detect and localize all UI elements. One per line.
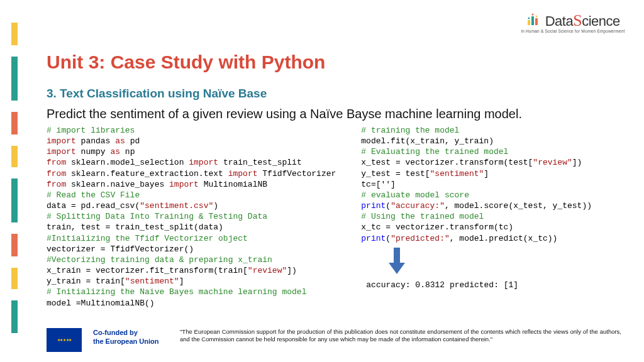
code-block-right: # training the model model.fit(x_train, …: [361, 125, 621, 309]
stripe-decor: [11, 57, 18, 101]
svg-rect-2: [535, 18, 538, 25]
brand-name: DataScience: [545, 11, 620, 30]
svg-rect-6: [394, 248, 400, 264]
svg-point-3: [528, 18, 530, 19]
logo-icon: [526, 11, 542, 30]
svg-point-5: [536, 16, 538, 18]
brand-logo: DataScience in Human & Social Science fo…: [519, 11, 626, 33]
svg-point-4: [532, 14, 534, 16]
stripe-decor: [11, 178, 18, 222]
slide-description: Predict the sentiment of a given review …: [47, 107, 621, 121]
svg-rect-0: [528, 20, 530, 25]
slide-footer: Co-funded by the European Union "The Eur…: [47, 328, 621, 352]
code-block-left: # import libraries import pandas as pd i…: [47, 125, 336, 309]
arrow-down-icon: [386, 248, 621, 277]
stripe-decor: [11, 146, 18, 167]
unit-title: Unit 3: Case Study with Python: [47, 52, 621, 73]
code-output: accuracy: 0.8312 predicted: [1]: [366, 280, 621, 290]
eu-flag-icon: [47, 328, 82, 352]
svg-marker-7: [389, 263, 405, 274]
cofunded-label: Co-funded by the European Union: [93, 328, 169, 346]
svg-rect-1: [531, 16, 534, 25]
stripe-decor: [11, 112, 18, 134]
section-title: 3. Text Classification using Naïve Base: [47, 87, 621, 101]
stripe-decor: [11, 234, 18, 256]
brand-tagline: in Human & Social Science for Women Empo…: [519, 29, 626, 33]
stripe-decor: [11, 23, 18, 45]
stripe-decor: [11, 268, 18, 289]
stripe-decor: [11, 300, 18, 333]
disclaimer-text: "The European Commission support for the…: [180, 328, 621, 344]
